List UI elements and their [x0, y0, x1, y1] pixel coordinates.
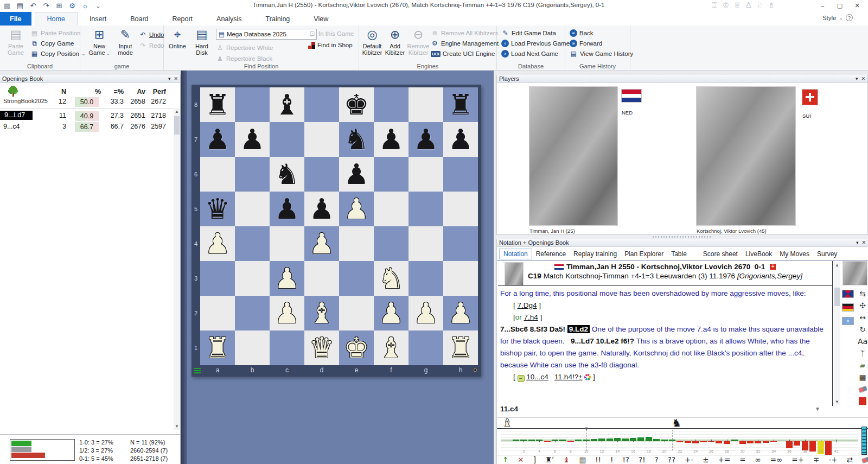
dubious-move-icon[interactable]: ?!	[639, 456, 646, 464]
eraser-icon[interactable]	[862, 457, 868, 462]
mainline-moves[interactable]: 9...Ld7 10.Le2 f6!?	[571, 337, 634, 345]
hard-disk-button[interactable]: ▤ Hard Disk	[190, 28, 214, 56]
close-icon[interactable]: ✕	[174, 76, 178, 81]
back-button[interactable]: « Back	[570, 28, 593, 38]
square-h5[interactable]	[443, 192, 478, 226]
collapse-icon[interactable]: ▾	[856, 240, 859, 245]
book-move-row[interactable]: 9...c4366.72676259766.7	[0, 122, 174, 132]
style-menu[interactable]: Style ⌄ ?	[822, 14, 853, 21]
square-b4[interactable]	[235, 226, 270, 261]
tab-replay-training[interactable]: Replay training	[570, 249, 621, 259]
paste-position-button[interactable]: ▦ Paste Position	[30, 28, 81, 38]
black-bishop-c8[interactable]: ♝	[270, 87, 304, 122]
evaluation-chart[interactable]: ▼24681012141618202224262830323436384042	[497, 430, 868, 455]
white-pawn-d4[interactable]: ♟	[304, 226, 339, 261]
square-d7[interactable]	[304, 122, 339, 157]
restore-button[interactable]: ▢	[831, 0, 848, 11]
eval-bar-move-23[interactable]	[685, 441, 691, 443]
eval-bar-move-39[interactable]	[809, 441, 816, 452]
white-pawn-e5[interactable]: ♟	[339, 192, 374, 226]
eval-bar-move-9[interactable]	[575, 440, 582, 441]
eval-bar-move-25[interactable]	[700, 441, 707, 442]
white-better-icon[interactable]: ±	[703, 456, 709, 464]
load-previous-game-button[interactable]: ‹ Load Previous Game	[501, 39, 570, 48]
insert-move-icon[interactable]: ↑	[502, 456, 508, 464]
black-queen-a5[interactable]: ♛	[200, 192, 235, 226]
redo-icon[interactable]: ↷	[41, 1, 51, 10]
save-icon[interactable]: ▤	[15, 1, 25, 10]
square-a2[interactable]	[200, 296, 235, 330]
database-combo[interactable]: ▤ Mega Database 2025 ⌄	[216, 29, 317, 40]
online-button[interactable]: ⌖ Online	[166, 28, 189, 49]
black-pawn-e6[interactable]: ♟	[339, 157, 374, 192]
square-b2[interactable]	[235, 296, 270, 330]
openings-scrollbar[interactable]: ▲ ▼	[174, 109, 180, 430]
ribbon-tab-report[interactable]: Report	[161, 12, 205, 26]
eval-bar-move-19[interactable]	[653, 439, 660, 441]
forward-button[interactable]: » Forward	[570, 39, 602, 48]
black-pawn-b7[interactable]: ♟	[235, 122, 270, 157]
default-kibitzer-button[interactable]: ◎ Default Kibitzer	[361, 28, 383, 56]
arrows-icon[interactable]: ↔	[857, 313, 868, 322]
redo-button[interactable]: ↷ Redo	[139, 41, 164, 50]
board-menu-icon[interactable]	[194, 368, 201, 373]
chevron-down-icon[interactable]: ▼	[815, 406, 820, 412]
square-g1[interactable]	[409, 330, 443, 365]
book-move[interactable]: 9...c4	[3, 123, 20, 130]
remove-all-kibitzers-button[interactable]: ⊗ Remove All Kibitzers	[431, 28, 498, 38]
variation-move[interactable]: 11.h4!?±	[554, 373, 582, 381]
square-f4[interactable]	[374, 226, 409, 261]
light-icon[interactable]: ☼	[80, 1, 90, 10]
brilliant-move-icon[interactable]: !!	[595, 456, 601, 464]
close-icon[interactable]: ✕	[861, 240, 866, 245]
book-move-row[interactable]: 9...Ld71127.32651271840.9	[0, 111, 174, 122]
repertoire-black-button[interactable]: ♟ Repertoire Black	[216, 54, 272, 63]
equal-icon[interactable]: =	[739, 456, 745, 464]
tab-score-sheet[interactable]: Score sheet	[699, 249, 742, 259]
board-setup-icon[interactable]: ⊞	[54, 1, 64, 10]
app-icon[interactable]: ▩	[2, 1, 12, 10]
eval-bar-move-11[interactable]	[591, 439, 597, 441]
ribbon-tab-training[interactable]: Training	[254, 12, 302, 26]
white-pawn-g2[interactable]: ♟	[409, 296, 443, 330]
copy-position-button[interactable]: ▦ Copy Position ⌄	[30, 49, 86, 59]
mistake-icon[interactable]: ?	[655, 456, 659, 464]
collapse-icon[interactable]: ▾	[168, 76, 171, 81]
square-e3[interactable]	[339, 261, 374, 296]
black-slightly-better-icon[interactable]: =+	[792, 456, 804, 464]
ribbon-tab-file[interactable]: File	[0, 12, 31, 26]
square-f6[interactable]	[374, 157, 409, 192]
last-move[interactable]: 11.c4	[500, 405, 832, 413]
white-pawn-c3[interactable]: ♟	[270, 261, 304, 296]
board-window-icon[interactable]: ▦	[579, 456, 586, 464]
board-options-icon[interactable]	[473, 367, 478, 373]
scroll-down-icon[interactable]: ▼	[174, 423, 180, 430]
book-move[interactable]: 9...Ld7	[0, 111, 33, 120]
qat-more-icon[interactable]: ⌄	[93, 1, 103, 10]
tab-table[interactable]: Table	[667, 249, 691, 259]
square-g6[interactable]	[409, 157, 443, 192]
notation-text[interactable]: For a long time, this positional move ha…	[500, 288, 832, 383]
load-next-game-button[interactable]: › Load Next Game	[501, 49, 558, 59]
square-g8[interactable]	[409, 87, 443, 122]
square-a3[interactable]	[200, 261, 235, 296]
square-c7[interactable]	[270, 122, 304, 157]
ribbon-tab-view[interactable]: View	[302, 12, 340, 26]
black-rook-a8[interactable]: ♜	[200, 87, 235, 122]
scrollbar-thumb[interactable]	[834, 288, 840, 306]
language-neutral-flag[interactable]: ⊕	[842, 317, 854, 325]
promote-variation-icon[interactable]: ♜ʼ	[545, 456, 554, 464]
chess-board[interactable]: ♜♝♚♜♟♟♞♟♟♟♞♟♛♟♟♟♟♟♟♞♟♝♟♟♟♜♛♚♝♜	[200, 87, 478, 365]
eraser2-icon[interactable]	[857, 384, 868, 394]
variation-move[interactable]: 7.Dg4	[518, 301, 537, 309]
language-english-flag[interactable]	[842, 290, 854, 298]
collapse-icon[interactable]: ▾	[856, 76, 858, 81]
panel-splitter[interactable]	[496, 235, 868, 239]
ribbon-tab-board[interactable]: Board	[118, 12, 160, 26]
variation-move[interactable]: 7.h4	[524, 313, 538, 321]
chart-scrollbar[interactable]	[861, 427, 867, 455]
variation-arrows-icon[interactable]: ⇆	[857, 289, 868, 298]
view-game-history-button[interactable]: ▤ View Game History	[570, 49, 633, 59]
scroll-up-icon[interactable]: ▲	[174, 109, 180, 115]
red-piece-icon[interactable]: ♝	[563, 456, 570, 464]
